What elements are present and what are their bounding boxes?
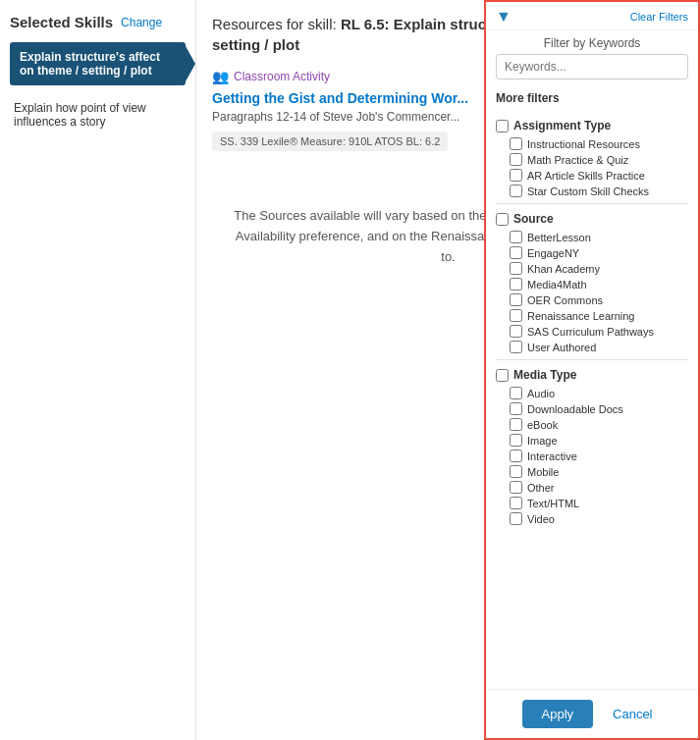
filter-option-user-authored[interactable]: User Authored (496, 341, 688, 353)
apply-button[interactable]: Apply (522, 700, 594, 728)
activity-tag-label: Classroom Activity (234, 70, 330, 83)
filter-option-media4math[interactable]: Media4Math (496, 278, 688, 291)
filter-option-sas[interactable]: SAS Curriculum Pathways (496, 325, 688, 338)
cancel-button[interactable]: Cancel (603, 700, 662, 728)
media-type-label: Media Type (513, 368, 576, 382)
sidebar-header: Selected Skills Change (10, 14, 186, 30)
keywords-input[interactable] (496, 54, 688, 79)
sidebar: Selected Skills Change Explain structure… (0, 0, 196, 740)
assignment-type-checkbox[interactable] (496, 120, 509, 132)
more-filters-label: More filters (486, 87, 698, 111)
filter-option-betterlesson[interactable]: BetterLesson (496, 231, 688, 243)
filter-panel-footer: Apply Cancel (486, 689, 698, 738)
resources-prefix: Resources for skill: (212, 16, 341, 32)
skill-active-item[interactable]: Explain structure's affect on theme / se… (10, 42, 186, 85)
filter-option-instructional[interactable]: Instructional Resources (496, 137, 688, 150)
filter-option-video[interactable]: Video (496, 512, 688, 525)
filter-option-other[interactable]: Other (496, 481, 688, 494)
assignment-type-group-header: Assignment Type (496, 119, 688, 132)
filter-panel: ▼ Clear Filters Filter by Keywords More … (484, 0, 700, 740)
filter-scroll-area[interactable]: Assignment Type Instructional Resources … (486, 111, 698, 689)
media-type-group-header: Media Type (496, 368, 688, 382)
filter-option-interactive[interactable]: Interactive (496, 449, 688, 462)
filter-option-math-practice[interactable]: Math Practice & Quiz (496, 153, 688, 166)
filter-option-engageny[interactable]: EngageNY (496, 246, 688, 259)
filter-funnel-icon: ▼ (496, 8, 512, 26)
filter-option-khan-academy[interactable]: Khan Academy (496, 262, 688, 275)
sidebar-title: Selected Skills (10, 14, 113, 30)
filter-panel-header: ▼ Clear Filters (486, 2, 698, 30)
filter-option-text-html[interactable]: Text/HTML (496, 497, 688, 509)
change-link[interactable]: Change (121, 16, 162, 29)
filter-by-keywords-label: Filter by Keywords (486, 30, 698, 54)
main-container: Selected Skills Change Explain structure… (0, 0, 700, 740)
filter-option-ebook[interactable]: eBook (496, 418, 688, 431)
resource-meta: SS. 339 Lexile® Measure: 910L ATOS BL: 6… (212, 132, 448, 151)
classroom-activity-icon: 👥 (212, 69, 229, 84)
filter-option-mobile[interactable]: Mobile (496, 465, 688, 478)
filter-option-star-custom[interactable]: Star Custom Skill Checks (496, 185, 688, 197)
source-label: Source (513, 212, 554, 226)
clear-filters-link[interactable]: Clear Filters (630, 11, 688, 23)
media-type-checkbox[interactable] (496, 369, 509, 382)
source-group-header: Source (496, 212, 688, 226)
filter-option-ar-article[interactable]: AR Article Skills Practice (496, 169, 688, 182)
filter-option-audio[interactable]: Audio (496, 387, 688, 399)
filter-option-downloadable-docs[interactable]: Downloadable Docs (496, 402, 688, 415)
filter-option-renaissance-learning[interactable]: Renaissance Learning (496, 309, 688, 322)
assignment-type-label: Assignment Type (513, 119, 611, 132)
skill-inactive-item[interactable]: Explain how point of view influences a s… (10, 95, 186, 134)
filter-option-image[interactable]: Image (496, 434, 688, 447)
source-checkbox[interactable] (496, 213, 509, 226)
filter-option-oer-commons[interactable]: OER Commons (496, 293, 688, 306)
